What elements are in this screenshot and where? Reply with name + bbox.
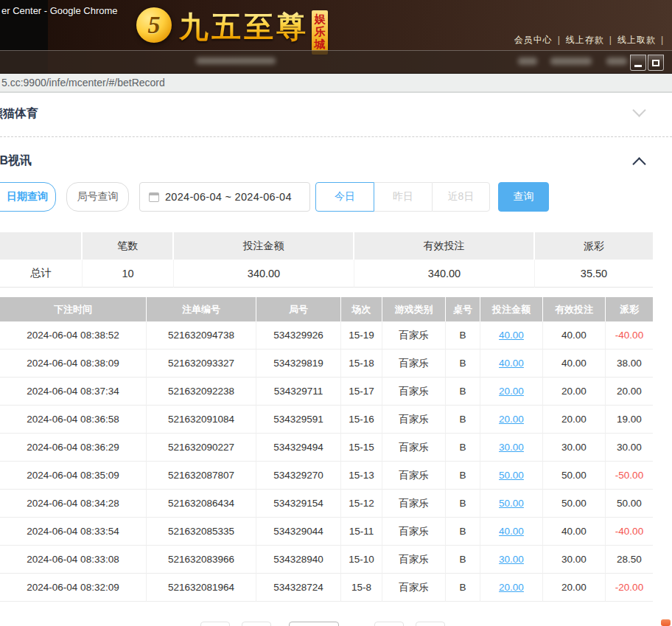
- payout-cell: -20.00: [606, 574, 653, 602]
- table-no-cell: B: [446, 546, 480, 574]
- valid-bet-cell: 40.00: [543, 518, 606, 546]
- bet-amount-link[interactable]: 40.00: [480, 321, 543, 349]
- game-type-cell: 百家乐: [382, 462, 446, 490]
- bet-time-cell: 2024-06-04 08:38:52: [0, 321, 147, 349]
- table-no-cell: B: [446, 378, 480, 406]
- ribbon-char: 城: [315, 38, 326, 50]
- bet-col-header: 下注时间: [0, 297, 147, 321]
- round-id-cell: 534329819: [256, 349, 341, 378]
- round-id-cell: 534329154: [256, 490, 341, 518]
- bet-col-header: 投注金额: [480, 297, 543, 321]
- table-no-cell: B: [446, 462, 480, 490]
- url-bar[interactable]: 5.cc:9900/infe/mcenter/#/betRecord: [0, 74, 672, 93]
- valid-bet-cell: 20.00: [543, 574, 606, 602]
- table-row: 2024-06-04 08:38:09521632093327534329819…: [0, 349, 653, 378]
- nav-link-member-center[interactable]: 会员中心: [514, 35, 553, 45]
- bet-amount-link[interactable]: 40.00: [480, 349, 543, 378]
- bet-amount-link[interactable]: 20.00: [480, 378, 543, 406]
- session-cell: 15-16: [341, 406, 382, 434]
- game-type-cell: 百家乐: [382, 406, 446, 434]
- bet-amount-link[interactable]: 20.00: [480, 406, 543, 434]
- pagination-button[interactable]: [416, 622, 445, 626]
- session-cell: 15-15: [341, 434, 382, 462]
- minimize-button[interactable]: [630, 55, 646, 71]
- section-title-panda-sports: 熊猫体育: [0, 106, 38, 122]
- table-no-cell: B: [446, 349, 480, 378]
- date-query-button[interactable]: 日期查询: [0, 182, 56, 212]
- payout-cell: 20.00: [606, 378, 653, 406]
- last-8-days-button[interactable]: 近8日: [432, 182, 490, 212]
- table-row: 2024-06-04 08:37:34521632092238534329711…: [0, 378, 653, 406]
- bet-time-cell: 2024-06-04 08:36:29: [0, 434, 147, 462]
- payout-cell: -40.00: [606, 518, 653, 546]
- bet-time-cell: 2024-06-04 08:32:09: [0, 574, 147, 602]
- date-range-input[interactable]: 2024-06-04 ~ 2024-06-04: [139, 182, 310, 212]
- summary-col-header-bet-amount: 投注金额: [174, 232, 354, 260]
- bet-amount-link[interactable]: 40.00: [480, 518, 543, 546]
- bet-amount-link[interactable]: 50.00: [480, 490, 543, 518]
- bet-amount-link[interactable]: 20.00: [480, 574, 543, 602]
- bet-amount-link[interactable]: 50.00: [480, 462, 543, 490]
- game-type-cell: 百家乐: [382, 574, 446, 602]
- table-row: 2024-06-04 08:32:09521632081964534328724…: [0, 574, 653, 602]
- obscured-text: [196, 58, 276, 64]
- session-cell: 15-17: [341, 378, 382, 406]
- session-cell: 15-19: [341, 321, 382, 349]
- bet-id-cell: 521632093327: [147, 349, 256, 378]
- bet-id-cell: 521632086434: [147, 490, 256, 518]
- table-row: 2024-06-04 08:38:52521632094738534329926…: [0, 321, 653, 349]
- session-cell: 15-8: [341, 574, 382, 602]
- bet-id-cell: 521632092238: [147, 378, 256, 406]
- nav-link-deposit[interactable]: 线上存款: [566, 35, 604, 45]
- session-cell: 15-11: [341, 518, 382, 546]
- session-cell: 15-12: [341, 490, 382, 518]
- bet-col-header: 有效投注: [543, 297, 606, 321]
- bet-col-header: 桌号: [446, 297, 480, 321]
- valid-bet-cell: 40.00: [543, 349, 606, 378]
- pagination-button[interactable]: [242, 622, 271, 626]
- round-id-cell: 534329270: [256, 462, 341, 490]
- summary-bet-amount-value: 340.00: [174, 260, 354, 288]
- session-cell: 15-10: [341, 546, 382, 574]
- payout-cell: -40.00: [606, 321, 653, 349]
- bet-amount-link[interactable]: 30.00: [480, 546, 543, 574]
- floating-badge[interactable]: [661, 619, 671, 626]
- table-row: 2024-06-04 08:33:08521632083966534328940…: [0, 546, 653, 574]
- pagination-button[interactable]: [200, 622, 230, 626]
- url-text: 5.cc:9900/infe/mcenter/#/betRecord: [1, 77, 165, 88]
- calendar-icon: [149, 192, 159, 202]
- round-query-button[interactable]: 局号查询: [66, 182, 129, 212]
- search-button[interactable]: 查询: [498, 182, 549, 212]
- table-no-cell: B: [446, 518, 480, 546]
- maximize-button[interactable]: [648, 55, 664, 71]
- screen: 5 九五至尊 娱 乐 城 会员中心|线上存款|线上取款| er Center -…: [0, 0, 672, 626]
- logo-ribbon: 娱 乐 城: [312, 10, 328, 55]
- bet-amount-link[interactable]: 30.00: [480, 434, 543, 462]
- payout-cell: 30.00: [606, 434, 653, 462]
- pagination-page-select[interactable]: [289, 622, 339, 626]
- round-id-cell: 534329044: [256, 518, 341, 546]
- game-type-cell: 百家乐: [382, 490, 446, 518]
- valid-bet-cell: 30.00: [543, 434, 606, 462]
- nav-link-withdraw[interactable]: 线上取款: [617, 35, 656, 45]
- table-row: 2024-06-04 08:36:58521632091084534329591…: [0, 406, 653, 434]
- table-no-cell: B: [446, 406, 480, 434]
- today-button[interactable]: 今日: [315, 182, 374, 212]
- minimize-icon: [634, 65, 642, 67]
- session-cell: 15-13: [341, 462, 382, 490]
- valid-bet-cell: 30.00: [543, 546, 606, 574]
- bet-id-cell: 521632091084: [147, 406, 256, 434]
- bet-id-cell: 521632087807: [147, 462, 256, 490]
- valid-bet-cell: 20.00: [543, 406, 606, 434]
- payout-cell: 38.00: [606, 349, 653, 378]
- yesterday-button[interactable]: 昨日: [374, 182, 432, 212]
- nav-separator: |: [558, 35, 561, 45]
- summary-col-header-count: 笔数: [83, 232, 174, 260]
- pagination-button[interactable]: [374, 622, 404, 626]
- bet-time-cell: 2024-06-04 08:33:54: [0, 518, 147, 546]
- maximize-icon: [652, 60, 659, 66]
- obscured-text: [550, 58, 592, 65]
- nav-separator: |: [609, 35, 612, 45]
- summary-count-value: 10: [83, 260, 174, 288]
- game-type-cell: 百家乐: [382, 434, 446, 462]
